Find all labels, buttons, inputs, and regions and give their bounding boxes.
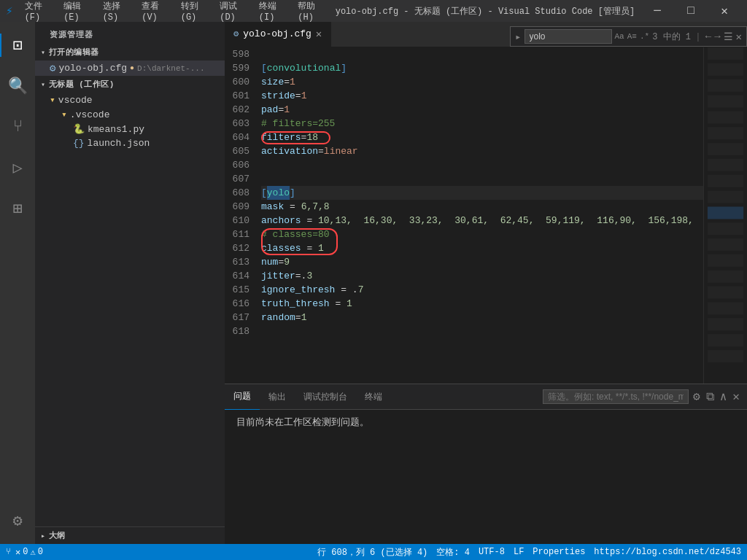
code-line-615[interactable]: ignore_thresh = .7 xyxy=(261,283,703,297)
menu-edit[interactable]: 编辑(E) xyxy=(58,0,96,24)
file-kmeans[interactable]: 🐍 kmeans1.py xyxy=(35,122,225,136)
panel-split-button[interactable]: ⧉ xyxy=(705,389,716,405)
code-line-600[interactable]: size=1 xyxy=(261,75,703,89)
status-line-ending[interactable]: LF xyxy=(514,547,524,557)
menu-terminal[interactable]: 终端(I) xyxy=(253,0,291,24)
open-editors-list: ⚙ yolo-obj.cfg ● D:\darknet-... xyxy=(35,61,225,76)
outline-section: ▸ 大纲 xyxy=(35,526,225,544)
panel-close-button[interactable]: ✕ xyxy=(731,388,741,405)
code-line-614[interactable]: jitter=.3 xyxy=(261,269,703,283)
status-language[interactable]: Properties xyxy=(533,547,585,557)
window-controls[interactable]: ─ □ ✕ xyxy=(640,0,741,22)
statusbar: ⑂ ✕ 0 ⚠ 0 行 608，列 6 (已选择 4) 空格: 4 UTF-8 … xyxy=(0,544,747,560)
menu-file[interactable]: 文件(F) xyxy=(19,0,57,24)
code-line-613[interactable]: num=9 xyxy=(261,255,703,269)
code-line-606[interactable] xyxy=(261,158,703,172)
panel-tab-problems[interactable]: 问题 xyxy=(225,384,260,410)
code-line-604[interactable]: filters=18 xyxy=(261,131,703,144)
code-line-605[interactable]: activation=linear xyxy=(261,144,703,158)
tab-yolo-cfg[interactable]: ⚙ yolo-obj.cfg ✕ xyxy=(225,22,331,47)
editor-area: ⚙ yolo-obj.cfg ✕ ▸ Aa A≡ .* 3 中的 1 | ← →… xyxy=(225,22,747,384)
folder-vscode-inner[interactable]: ▾ .vscode xyxy=(35,107,225,122)
code-line-609[interactable]: mask = 6,7,8 xyxy=(261,200,703,214)
menu-bar[interactable]: 文件(F) 编辑(E) 选择(S) 查看(V) 转到(G) 调试(D) 终端(I… xyxy=(19,0,330,24)
find-wrap-button[interactable]: ☰ xyxy=(724,31,733,43)
code-editor[interactable]: 5985996006016026036046056066076086096106… xyxy=(225,47,747,384)
code-line-607[interactable] xyxy=(261,172,703,186)
status-errors[interactable]: ✕ 0 ⚠ 0 xyxy=(15,547,43,558)
git-icon: ⑂ xyxy=(6,547,11,557)
activity-extensions[interactable]: ⊞ xyxy=(0,191,35,226)
status-encoding[interactable]: UTF-8 xyxy=(479,547,505,557)
outline-arrow: ▸ xyxy=(41,532,46,540)
open-editors-section[interactable]: ▾ 打开的编辑器 xyxy=(35,44,225,61)
activity-settings[interactable]: ⚙ xyxy=(0,503,35,538)
warning-count: 0 xyxy=(38,547,43,557)
activity-git[interactable]: ⑂ xyxy=(0,109,35,144)
folder-vscode[interactable]: ▾ vscode xyxy=(35,93,225,107)
find-input[interactable] xyxy=(525,29,612,44)
menu-help[interactable]: 帮助(H) xyxy=(292,0,330,24)
find-close-button[interactable]: ✕ xyxy=(736,31,742,43)
find-expand-icon[interactable]: ▸ xyxy=(515,31,521,43)
error-icon: ✕ xyxy=(15,547,20,558)
minimize-button[interactable]: ─ xyxy=(640,0,674,22)
code-line-608[interactable]: [yolo] xyxy=(261,186,703,200)
code-line-599[interactable]: [convolutional] xyxy=(261,61,703,75)
code-line-612[interactable]: classes = 1 xyxy=(261,241,703,255)
menu-select[interactable]: 选择(S) xyxy=(97,0,135,24)
line-number-618: 618 xyxy=(225,324,249,338)
status-spaces[interactable]: 空格: 4 xyxy=(436,546,470,559)
activity-debug[interactable]: ▷ xyxy=(0,150,35,185)
panel-tab-debug[interactable]: 调试控制台 xyxy=(295,384,356,410)
status-left: ⑂ ✕ 0 ⚠ 0 xyxy=(6,547,43,558)
vscode-icon: ⚡ xyxy=(6,4,13,18)
tab-cfg-icon: ⚙ xyxy=(233,28,239,39)
filter-input[interactable] xyxy=(543,389,689,404)
line-numbers: 5985996006016026036046056066076086096106… xyxy=(225,47,255,384)
filter-settings-button[interactable]: ⚙ xyxy=(692,388,702,405)
line-number-599: 599 xyxy=(225,61,249,75)
close-button[interactable]: ✕ xyxy=(708,0,741,22)
outline-header[interactable]: ▸ 大纲 xyxy=(35,527,225,544)
code-line-601[interactable]: stride=1 xyxy=(261,89,703,103)
line-number-607: 607 xyxy=(225,172,249,186)
status-position[interactable]: 行 608，列 6 (已选择 4) xyxy=(317,546,427,559)
find-next-button[interactable]: → xyxy=(714,31,720,42)
line-number-615: 615 xyxy=(225,283,249,297)
activity-search[interactable]: 🔍 xyxy=(0,69,35,104)
code-content[interactable]: [convolutional]size=1stride=1pad=1# filt… xyxy=(255,47,703,384)
line-number-610: 610 xyxy=(225,214,249,228)
code-line-603[interactable]: # filters=255 xyxy=(261,117,703,131)
modified-indicator: ● xyxy=(130,64,134,72)
panel-tab-output[interactable]: 输出 xyxy=(260,384,295,410)
find-whole-word: A≡ xyxy=(627,32,637,41)
open-file-yolo-cfg[interactable]: ⚙ yolo-obj.cfg ● D:\darknet-... xyxy=(35,61,225,76)
line-number-611: 611 xyxy=(225,228,249,241)
find-prev-button[interactable]: ← xyxy=(705,31,711,42)
status-feedback[interactable]: https://blog.csdn.net/dz4543 xyxy=(594,547,741,557)
line-number-614: 614 xyxy=(225,269,249,283)
code-line-616[interactable]: truth_thresh = 1 xyxy=(261,297,703,311)
code-line-611[interactable]: # classes=80 xyxy=(261,228,703,241)
code-line-610[interactable]: anchors = 10,13, 16,30, 33,23, 30,61, 62… xyxy=(261,214,703,228)
code-line-618[interactable] xyxy=(261,324,703,338)
maximize-button[interactable]: □ xyxy=(674,0,708,22)
panel-tab-terminal[interactable]: 终端 xyxy=(356,384,391,410)
workspace-label: 无标题 (工作区) xyxy=(49,79,115,90)
status-git[interactable]: ⑂ xyxy=(6,547,11,557)
activity-explorer[interactable]: ⊡ xyxy=(0,28,35,63)
code-line-617[interactable]: random=1 xyxy=(261,311,703,324)
menu-debug[interactable]: 调试(D) xyxy=(214,0,252,24)
menu-goto[interactable]: 转到(G) xyxy=(175,0,213,24)
line-number-613: 613 xyxy=(225,255,249,269)
file-launch-json[interactable]: {} launch.json xyxy=(35,136,225,150)
code-line-598[interactable] xyxy=(261,47,703,61)
minimap-canvas xyxy=(704,47,747,384)
panel: 问题 输出 调试控制台 终端 ⚙ ⧉ ∧ ✕ 目前尚未在工作区检测到问题。 xyxy=(225,384,747,544)
code-line-602[interactable]: pad=1 xyxy=(261,103,703,117)
panel-collapse-button[interactable]: ∧ xyxy=(719,388,729,405)
menu-view[interactable]: 查看(V) xyxy=(136,0,174,24)
tab-close-button[interactable]: ✕ xyxy=(316,28,322,40)
workspace-section[interactable]: ▾ 无标题 (工作区) xyxy=(35,76,225,93)
